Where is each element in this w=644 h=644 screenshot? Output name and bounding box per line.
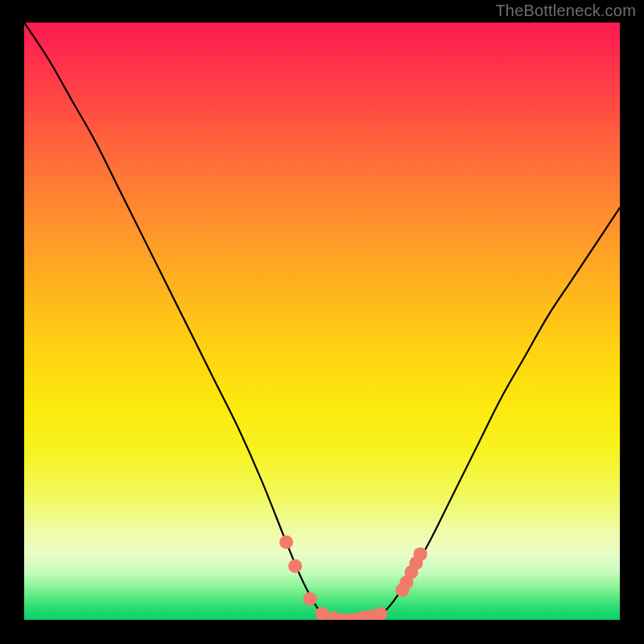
chart-container: TheBottleneck.com [0,0,644,644]
marker-dot [279,535,293,549]
marker-dot [414,547,427,561]
marker-dot [288,559,302,573]
marker-dot [374,607,387,620]
marker-group [279,535,427,620]
plot-area [24,23,620,620]
watermark-text: TheBottleneck.com [495,2,636,20]
data-markers [24,23,620,620]
marker-dot [316,607,329,620]
marker-dot [303,592,317,606]
